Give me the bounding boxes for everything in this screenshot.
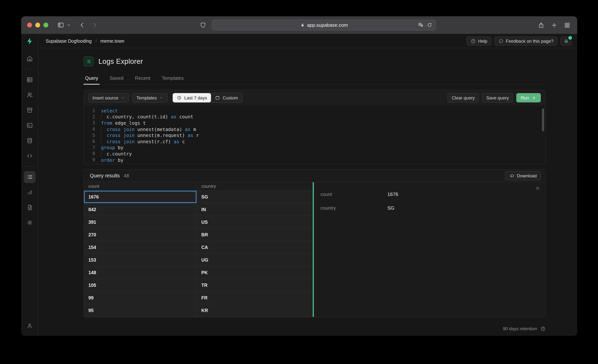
templates-button[interactable]: Templates <box>133 93 167 102</box>
cell-count[interactable]: 1676 <box>84 191 197 203</box>
range-custom-button[interactable]: Custom <box>211 93 242 102</box>
sidebar-item-authentication[interactable] <box>24 89 35 101</box>
line-number: 1 <box>84 108 95 113</box>
privacy-shield-icon[interactable] <box>200 22 206 28</box>
supabase-logo[interactable] <box>21 34 38 48</box>
cell-count[interactable]: 153 <box>84 254 197 266</box>
cell-country[interactable]: TR <box>197 279 313 291</box>
sidebar-item-docs[interactable] <box>24 202 35 213</box>
question-circle-icon[interactable] <box>540 326 546 331</box>
tab-templates[interactable]: Templates <box>161 73 185 84</box>
code-line: 3from edge_logs t <box>84 120 545 126</box>
sidebar-item-logs-explorer[interactable] <box>24 171 35 183</box>
address-bar[interactable]: app.supabase.com <box>212 20 436 30</box>
table-row[interactable]: 842IN <box>84 203 313 216</box>
tab-query[interactable]: Query <box>84 73 99 84</box>
column-header-count[interactable]: count <box>84 182 197 190</box>
cell-count[interactable]: 105 <box>84 279 197 291</box>
cell-count[interactable]: 842 <box>84 203 197 216</box>
cell-country[interactable]: FR <box>197 292 313 304</box>
download-button[interactable]: Download <box>505 171 541 180</box>
window-minimize-button[interactable] <box>35 23 40 27</box>
table-row[interactable]: 391US <box>84 216 313 229</box>
traffic-lights <box>27 23 48 27</box>
forward-button[interactable] <box>91 22 98 29</box>
code-text: c.country <box>101 151 132 157</box>
range-last-7-days-button[interactable]: Last 7 days <box>173 93 211 102</box>
tab-group-chevron-button[interactable] <box>66 23 71 27</box>
close-detail-button[interactable] <box>535 186 540 191</box>
detail-label: country <box>321 205 387 210</box>
table-row[interactable]: 148PK <box>84 267 313 279</box>
breadcrumb-org[interactable]: Supabase Dogfooding <box>46 38 91 44</box>
cell-count[interactable]: 154 <box>84 241 197 253</box>
cell-country[interactable]: SG <box>197 191 313 203</box>
feedback-button[interactable]: Feedback on this page? <box>494 36 557 46</box>
code-text: c.country, count(t.id) as count <box>101 114 193 120</box>
nav-rail <box>21 34 38 335</box>
cell-country[interactable]: IN <box>197 203 313 216</box>
code-text: group by <box>101 145 123 150</box>
cell-country[interactable]: KR <box>197 304 313 316</box>
new-tab-button[interactable] <box>551 22 557 28</box>
query-editor-card: Insert source Templates Last 7 days <box>83 90 546 164</box>
translate-icon[interactable] <box>418 22 424 28</box>
table-row[interactable]: 1676SG <box>84 191 313 203</box>
cell-country[interactable]: BR <box>197 229 313 241</box>
chevron-down-icon <box>66 23 71 27</box>
tab-overview-button[interactable] <box>564 22 571 28</box>
sidebar-item-settings[interactable] <box>24 217 35 229</box>
breadcrumb-project[interactable]: meme.town <box>100 38 124 44</box>
notifications-button[interactable] <box>560 36 572 46</box>
cell-country[interactable]: PK <box>197 267 313 279</box>
window-close-button[interactable] <box>27 23 32 27</box>
table-row[interactable]: 153UG <box>84 254 313 267</box>
header-actions: Help Feedback on this page? <box>466 36 572 46</box>
reload-icon[interactable] <box>427 22 432 28</box>
cell-country[interactable]: UG <box>197 254 313 266</box>
sidebar-item-profile[interactable] <box>24 320 35 332</box>
window-zoom-button[interactable] <box>43 23 48 27</box>
save-query-button[interactable]: Save query <box>482 93 513 102</box>
sidebar-item-sql-editor[interactable] <box>24 120 35 131</box>
sidebar-item-reports[interactable] <box>24 186 35 198</box>
tab-saved[interactable]: Saved <box>109 73 124 84</box>
cell-country[interactable]: US <box>197 216 313 228</box>
rail-divider <box>25 166 34 167</box>
range-label: Last 7 days <box>184 95 207 100</box>
browser-actions <box>538 22 571 28</box>
share-button[interactable] <box>538 22 545 28</box>
table-row[interactable]: 105TR <box>84 279 313 292</box>
line-number: 2 <box>84 114 95 120</box>
page-content: Logs Explorer QuerySavedRecentTemplates … <box>38 48 577 322</box>
table-row[interactable]: 95KR <box>84 304 313 317</box>
table-row[interactable]: 270BR <box>84 229 313 241</box>
back-button[interactable] <box>79 22 86 29</box>
cell-country[interactable]: CA <box>197 241 313 253</box>
sidebar-item-database[interactable] <box>24 135 35 146</box>
sidebar-item-table-editor[interactable] <box>24 74 35 86</box>
cell-count[interactable]: 95 <box>84 304 197 316</box>
clear-query-button[interactable]: Clear query <box>448 93 479 102</box>
help-button[interactable]: Help <box>466 36 491 46</box>
editor-scrollbar[interactable] <box>542 108 544 131</box>
insert-source-button[interactable]: Insert source <box>88 93 129 102</box>
column-header-country[interactable]: country <box>197 182 313 190</box>
cell-count[interactable]: 99 <box>84 292 197 304</box>
tab-recent[interactable]: Recent <box>134 73 151 84</box>
run-query-button[interactable]: Run <box>516 93 541 102</box>
help-label: Help <box>478 38 487 44</box>
sidebar-item-home[interactable] <box>24 53 35 65</box>
code-line: 7group by <box>84 145 545 151</box>
cell-count[interactable]: 270 <box>84 229 197 241</box>
table-row[interactable]: 154CA <box>84 241 313 254</box>
user-icon <box>26 323 33 329</box>
sidebar-item-api[interactable] <box>24 150 35 162</box>
cell-count[interactable]: 391 <box>84 216 197 228</box>
sidebar-item-storage[interactable] <box>24 104 35 116</box>
sidebar-toggle-button[interactable] <box>57 22 64 29</box>
cell-count[interactable]: 148 <box>84 267 197 279</box>
sql-editor[interactable]: 1select2 c.country, count(t.id) as count… <box>84 105 545 164</box>
table-row[interactable]: 99FR <box>84 292 313 304</box>
line-number: 8 <box>84 151 95 156</box>
